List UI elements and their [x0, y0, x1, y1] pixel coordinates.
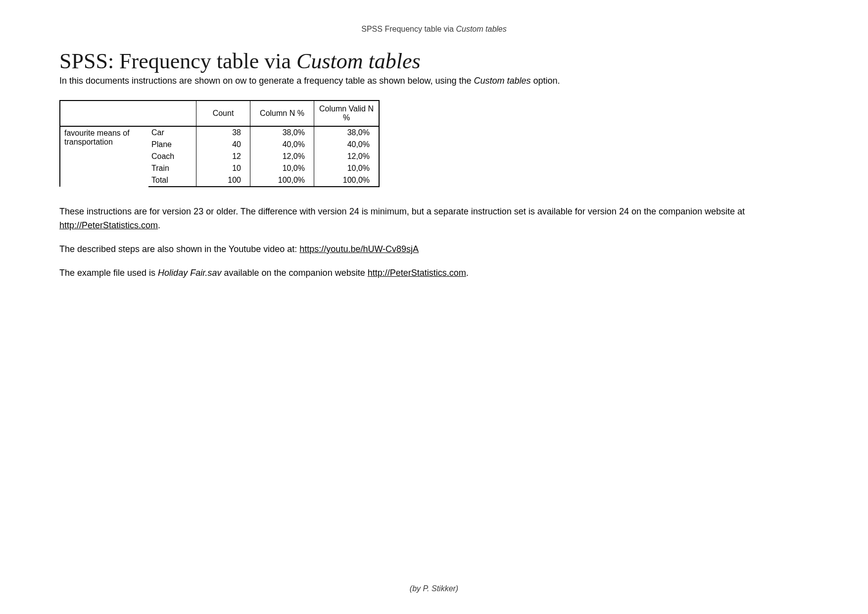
cat-label: Coach [148, 151, 196, 162]
cell-valid-pct: 10,0% [314, 162, 380, 174]
row-variable-label: favourite means of transportation [60, 126, 148, 187]
intro-before: In this documents instructions are shown… [59, 76, 474, 86]
cell-pct: 12,0% [250, 151, 314, 162]
cell-valid-pct: 100,0% [314, 174, 380, 187]
cell-valid-pct: 40,0% [314, 139, 380, 151]
paragraph-example-file: The example file used is Holiday Fair.sa… [59, 266, 809, 280]
p1-after: . [158, 220, 160, 230]
cat-label: Plane [148, 139, 196, 151]
cell-count: 38 [196, 126, 250, 139]
cell-count: 12 [196, 151, 250, 162]
header-prefix: SPSS Frequency table via [361, 25, 456, 33]
cell-pct: 38,0% [250, 126, 314, 139]
cat-label: Car [148, 126, 196, 139]
link-youtube[interactable]: https://youtu.be/hUW-Cv89sjA [299, 244, 419, 254]
title-italic: Custom tables [296, 49, 421, 73]
intro-paragraph: In this documents instructions are shown… [59, 76, 809, 86]
col-column-valid-n-pct: Column Valid N % [314, 101, 380, 126]
intro-after: option. [531, 76, 560, 86]
page-title: SPSS: Frequency table via Custom tables [59, 49, 809, 74]
page-footer: (by P. Stikker) [0, 584, 868, 593]
page-running-header: SPSS Frequency table via Custom tables [0, 0, 868, 34]
p3-mid: available on the companion website [221, 268, 367, 278]
p1-before: These instructions are for version 23 or… [59, 206, 745, 216]
paragraph-version-note: These instructions are for version 23 or… [59, 205, 809, 233]
cell-pct: 10,0% [250, 162, 314, 174]
paragraph-youtube: The described steps are also shown in th… [59, 243, 809, 256]
col-count: Count [196, 101, 250, 126]
link-peterstatistics-2[interactable]: http://PeterStatistics.com [368, 268, 466, 278]
link-peterstatistics[interactable]: http://PeterStatistics.com [59, 220, 158, 230]
cell-pct: 100,0% [250, 174, 314, 187]
frequency-table: Count Column N % Column Valid N % favour… [59, 100, 380, 187]
cell-valid-pct: 38,0% [314, 126, 380, 139]
col-column-n-pct: Column N % [250, 101, 314, 126]
p2-before: The described steps are also shown in th… [59, 244, 299, 254]
cell-count: 100 [196, 174, 250, 187]
cell-pct: 40,0% [250, 139, 314, 151]
cell-count: 40 [196, 139, 250, 151]
title-prefix: SPSS: Frequency table via [59, 49, 296, 73]
p3-before: The example file used is [59, 268, 158, 278]
table-corner [60, 101, 196, 126]
header-italic: Custom tables [456, 25, 506, 33]
p3-after: . [466, 268, 469, 278]
table-row: favourite means of transportation Car 38… [60, 126, 379, 139]
page-content: SPSS: Frequency table via Custom tables … [59, 49, 809, 280]
p3-italic: Holiday Fair.sav [158, 268, 221, 278]
cat-label: Train [148, 162, 196, 174]
cell-count: 10 [196, 162, 250, 174]
intro-italic: Custom tables [474, 76, 531, 86]
cell-valid-pct: 12,0% [314, 151, 380, 162]
cat-label: Total [148, 174, 196, 187]
